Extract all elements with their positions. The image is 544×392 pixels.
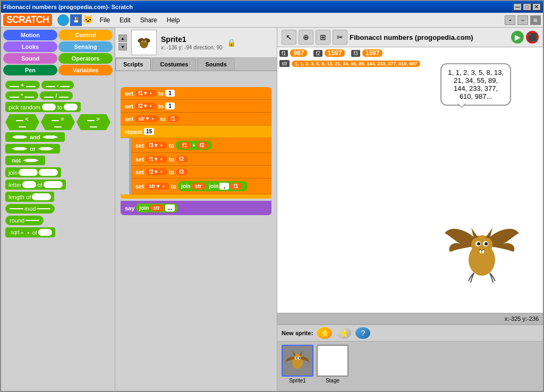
cat-pen-button[interactable]: Pen — [3, 65, 57, 75]
sprite-nav-down[interactable]: ▼ — [118, 43, 127, 50]
stage-panel: ↖ ⊕ ⊞ ✂ Fibonacci numbers (progopedia.co… — [277, 28, 543, 392]
scripts-tabs: Scripts Costumes Sounds — [115, 58, 277, 71]
set-f3-block[interactable]: set f3▼ to f1 + f2 — [131, 138, 271, 153]
sprite-nav-up[interactable]: ▲ — [118, 35, 127, 42]
mod-val1[interactable] — [10, 208, 23, 209]
cat-sensing-button[interactable]: Sensing — [58, 41, 113, 52]
f3-var[interactable]: f3▼ — [146, 142, 167, 149]
repeat-header[interactable]: repeat 15 — [121, 125, 271, 138]
globe-icon[interactable]: 🌐 — [57, 14, 69, 26]
letter-val2[interactable]: world — [44, 181, 63, 188]
join-val1[interactable]: hello — [19, 169, 38, 176]
set-str-join-block[interactable]: set str▼ to join str join , f1 — [131, 178, 271, 194]
set-label: set — [125, 90, 133, 97]
f2-var2[interactable]: f2▼ — [146, 168, 167, 175]
stage-view-2[interactable]: ▫▫ — [517, 15, 528, 25]
or-block[interactable]: or — [5, 144, 60, 154]
sprite-item-sprite1[interactable]: Sprite1 — [282, 345, 313, 390]
not-block[interactable]: not — [5, 156, 45, 165]
tab-costumes[interactable]: Costumes — [152, 58, 196, 70]
sprite-nav[interactable]: ▲ ▼ — [118, 35, 127, 50]
mod-block[interactable]: mod — [5, 204, 55, 214]
cat-variables-button[interactable]: Variables — [58, 65, 113, 75]
say-block[interactable]: say join str ... — [121, 201, 271, 215]
maximize-button[interactable]: □ — [523, 3, 531, 11]
f2-val[interactable]: 1 — [165, 103, 175, 109]
category-buttons: Motion Control Looks Sensing Sound Opera… — [3, 30, 113, 75]
f1-var[interactable]: f1▼ — [135, 90, 157, 97]
sqrt-dropdown[interactable]: sqrt▼ — [8, 229, 31, 236]
ellipsis-val[interactable]: ... — [165, 204, 175, 211]
round-val[interactable] — [26, 220, 39, 221]
greater-than-block[interactable]: > — [76, 114, 110, 130]
equals-block[interactable]: = — [41, 114, 75, 130]
cat-control-button[interactable]: Control — [58, 30, 113, 40]
stage-view-1[interactable]: ▪ — [505, 15, 515, 25]
str-var2[interactable]: str▼ — [146, 183, 169, 190]
tab-sounds[interactable]: Sounds — [197, 58, 234, 70]
cat-operators-button[interactable]: Operators — [58, 53, 113, 64]
add-sprite-folder-button[interactable]: ⭐ — [336, 327, 351, 339]
comma-val[interactable]: , — [219, 183, 229, 190]
tab-scripts[interactable]: Scripts — [115, 58, 151, 70]
add-sprite-random-button[interactable]: ? — [355, 327, 370, 339]
stage-area[interactable]: f1 987 f2 1597 f3 1597 str 1, 1, 2, 3, 5… — [277, 47, 543, 313]
cursor-tool[interactable]: ↖ — [282, 30, 296, 45]
green-flag-button[interactable]: ▶ — [511, 31, 524, 44]
zoom-tool[interactable]: ⊕ — [299, 30, 313, 45]
add-block[interactable]: + — [5, 81, 40, 89]
f2-var[interactable]: f2▼ — [135, 103, 157, 109]
edit-menu[interactable]: Edit — [115, 15, 135, 25]
join-block[interactable]: join hello world — [5, 167, 61, 177]
repeat-label: repeat — [125, 129, 142, 135]
set-f2-block[interactable]: set f2▼ to 1 — [121, 100, 271, 113]
set-f1-block[interactable]: set f1▼ to 1 — [121, 87, 271, 100]
minimize-button[interactable]: — — [513, 3, 522, 11]
set-label3: set — [125, 116, 133, 122]
sqrt-block[interactable]: sqrt▼ of 10 — [5, 227, 55, 237]
join-val2[interactable]: world — [39, 169, 58, 176]
pick-random-val2[interactable]: 10 — [64, 104, 78, 110]
mod-val2[interactable] — [37, 208, 50, 209]
letter-block[interactable]: letter 1 of world — [5, 180, 66, 190]
close-button[interactable]: ✕ — [532, 3, 541, 11]
add-sprite-star-button[interactable]: ⭐ — [317, 327, 332, 339]
share-menu[interactable]: Share — [136, 15, 162, 25]
set-f1-f2-block[interactable]: set f1▼ to f2 — [131, 153, 271, 166]
repeat-val[interactable]: 15 — [144, 128, 154, 135]
sprites-header: New sprite: ⭐ ⭐ ? — [277, 325, 543, 342]
pick-random-val1[interactable]: 1 — [42, 104, 56, 110]
stage-view-3[interactable]: ⊞ — [530, 15, 541, 25]
menu-bar: SCRATCH 🌐 💾 🐱 File Edit Share Help ▪ ▫▫ … — [1, 13, 543, 28]
sqrt-val[interactable]: 10 — [38, 229, 52, 236]
length-val[interactable]: world — [32, 193, 51, 200]
multiply-block[interactable]: * — [5, 91, 38, 100]
f1-var2[interactable]: f1▼ — [146, 156, 167, 163]
f1-val[interactable]: 1 — [165, 90, 175, 97]
letter-val1[interactable]: 1 — [22, 181, 36, 188]
and-block[interactable]: and — [5, 132, 65, 142]
set-f2-f3-block[interactable]: set f2▼ to f3 — [131, 166, 271, 178]
delete-tool[interactable]: ✂ — [333, 30, 347, 45]
window-controls[interactable]: — □ ✕ — [513, 3, 541, 11]
cat-motion-button[interactable]: Motion — [3, 30, 57, 40]
file-menu[interactable]: File — [96, 15, 114, 25]
str-var[interactable]: str▼ — [135, 115, 159, 122]
duplicate-tool[interactable]: ⊞ — [316, 30, 330, 45]
divide-block[interactable]: / — [40, 91, 72, 100]
less-than-block[interactable]: < — [5, 114, 39, 130]
help-menu[interactable]: Help — [163, 15, 184, 25]
sprite-item-stage[interactable]: Stage — [317, 345, 348, 390]
save-icon[interactable]: 💾 — [70, 14, 82, 26]
cat-sound-button[interactable]: Sound — [3, 53, 57, 64]
stop-button[interactable]: ⬛ — [526, 31, 539, 44]
set-str-block[interactable]: set str▼ to f1 — [121, 113, 271, 125]
subtract-block[interactable]: - — [41, 81, 74, 89]
lock-icon[interactable]: 🔒 — [227, 38, 236, 47]
round-block[interactable]: round — [5, 216, 44, 225]
pick-random-block[interactable]: pick random 1 to 10 — [5, 102, 81, 112]
mod-block-row: mod — [5, 204, 110, 214]
length-block[interactable]: length of world — [5, 192, 54, 202]
join-block-row: join hello world — [5, 167, 110, 177]
cat-looks-button[interactable]: Looks — [3, 41, 57, 52]
